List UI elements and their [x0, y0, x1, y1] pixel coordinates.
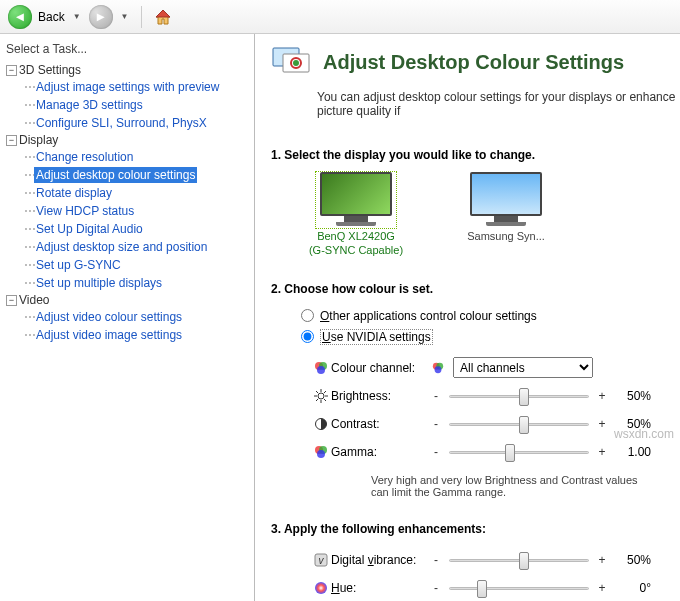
- tree-collapse-icon[interactable]: −: [6, 135, 17, 146]
- back-label: Back: [38, 10, 65, 24]
- monitor-icon: [316, 172, 396, 228]
- tree-bullet-icon: ⋯: [24, 240, 34, 254]
- page-title: Adjust Desktop Colour Settings: [323, 51, 624, 74]
- gamma-slider[interactable]: [449, 442, 589, 462]
- tree-item[interactable]: Set up G-SYNC: [34, 257, 123, 273]
- tree-item[interactable]: Rotate display: [34, 185, 114, 201]
- tree-bullet-icon: ⋯: [24, 310, 34, 324]
- svg-point-27: [315, 582, 327, 594]
- intro-text: You can adjust desktop colour settings f…: [271, 90, 680, 118]
- arrow-right-icon: ►: [94, 9, 107, 24]
- minus-icon: -: [431, 389, 441, 403]
- contrast-value: 50%: [615, 417, 651, 431]
- arrow-left-icon: ◄: [14, 9, 27, 24]
- plus-icon: +: [597, 389, 607, 403]
- tree-item[interactable]: Set up multiple displays: [34, 275, 164, 291]
- tree-bullet-icon: ⋯: [24, 98, 34, 112]
- back-button[interactable]: ◄: [8, 5, 32, 29]
- tree-item[interactable]: Adjust video colour settings: [34, 309, 184, 325]
- tree-item[interactable]: Change resolution: [34, 149, 135, 165]
- digital-vibrance-value: 50%: [615, 553, 651, 567]
- home-icon: [153, 7, 173, 27]
- back-dropdown-icon[interactable]: ▼: [73, 12, 81, 21]
- toolbar-separator: [141, 6, 142, 28]
- home-button[interactable]: [152, 6, 174, 28]
- hue-icon: [311, 581, 331, 595]
- plus-icon: +: [597, 417, 607, 431]
- svg-line-18: [324, 399, 326, 401]
- minus-icon: -: [431, 417, 441, 431]
- digital-vibrance-slider[interactable]: [449, 550, 589, 570]
- tree-item[interactable]: Manage 3D settings: [34, 97, 145, 113]
- display-item[interactable]: BenQ XL2420G(G-SYNC Capable): [301, 172, 411, 258]
- tree-bullet-icon: ⋯: [24, 204, 34, 218]
- hue-slider[interactable]: [449, 578, 589, 598]
- svg-line-17: [316, 391, 318, 393]
- tree-collapse-icon[interactable]: −: [6, 295, 17, 306]
- radio-use-nvidia-label[interactable]: Use NVIDIA settings: [320, 329, 433, 345]
- forward-dropdown-icon[interactable]: ▼: [121, 12, 129, 21]
- hue-value: 0°: [615, 581, 651, 595]
- colour-channel-select[interactable]: All channels: [453, 357, 593, 378]
- gamma-footnote: Very high and very low Brightness and Co…: [311, 466, 680, 512]
- tree-item[interactable]: Adjust desktop colour settings: [34, 167, 197, 183]
- tree-item[interactable]: Configure SLI, Surround, PhysX: [34, 115, 209, 131]
- tree-group-label[interactable]: 3D Settings: [19, 63, 81, 77]
- gamma-value: 1.00: [615, 445, 651, 459]
- tree-bullet-icon: ⋯: [24, 80, 34, 94]
- section1-heading: 1. Select the display you would like to …: [271, 148, 680, 162]
- plus-icon: +: [597, 445, 607, 459]
- svg-line-20: [324, 391, 326, 393]
- tree-item[interactable]: Set Up Digital Audio: [34, 221, 145, 237]
- task-sidebar: Select a Task... −3D Settings⋯Adjust ima…: [0, 34, 255, 601]
- radio-other-apps[interactable]: [301, 309, 314, 322]
- colour-channel-icon: [311, 361, 331, 375]
- forward-button[interactable]: ►: [89, 5, 113, 29]
- tree-bullet-icon: ⋯: [24, 150, 34, 164]
- brightness-slider[interactable]: [449, 386, 589, 406]
- tree-item[interactable]: Adjust desktop size and position: [34, 239, 209, 255]
- radio-use-nvidia[interactable]: [301, 330, 314, 343]
- colour-channel-label: Colour channel:: [331, 361, 431, 375]
- minus-icon: -: [431, 581, 441, 595]
- contrast-icon: [311, 417, 331, 431]
- display-label: BenQ XL2420G(G-SYNC Capable): [301, 230, 411, 258]
- contrast-slider[interactable]: [449, 414, 589, 434]
- section3-heading: 3. Apply the following enhancements:: [271, 522, 680, 536]
- section2-heading: 2. Choose how colour is set.: [271, 282, 680, 296]
- hue-label: Hue:: [331, 581, 431, 595]
- channel-select-icon: [431, 362, 445, 374]
- sidebar-heading: Select a Task...: [4, 38, 250, 62]
- plus-icon: +: [597, 553, 607, 567]
- tree-bullet-icon: ⋯: [24, 258, 34, 272]
- tree-bullet-icon: ⋯: [24, 186, 34, 200]
- tree-bullet-icon: ⋯: [24, 222, 34, 236]
- display-item[interactable]: Samsung Syn...: [451, 172, 561, 258]
- digital-vibrance-label: Digital vibrance:: [331, 553, 431, 567]
- svg-line-19: [316, 399, 318, 401]
- tree-item[interactable]: View HDCP status: [34, 203, 136, 219]
- tree-bullet-icon: ⋯: [24, 116, 34, 130]
- radio-other-apps-label[interactable]: Other applications control colour settin…: [320, 309, 537, 323]
- brightness-label: Brightness:: [331, 389, 431, 403]
- tree-item[interactable]: Adjust image settings with preview: [34, 79, 221, 95]
- tree-group-label[interactable]: Display: [19, 133, 58, 147]
- main-panel: Adjust Desktop Colour Settings You can a…: [255, 34, 680, 601]
- minus-icon: -: [431, 553, 441, 567]
- plus-icon: +: [597, 581, 607, 595]
- contrast-label: Contrast:: [331, 417, 431, 431]
- svg-point-24: [317, 450, 325, 458]
- svg-point-5: [293, 60, 299, 66]
- brightness-value: 50%: [615, 389, 651, 403]
- svg-point-12: [318, 393, 324, 399]
- minus-icon: -: [431, 445, 441, 459]
- tree-group-label[interactable]: Video: [19, 293, 49, 307]
- tree-item[interactable]: Adjust video image settings: [34, 327, 184, 343]
- tree-collapse-icon[interactable]: −: [6, 65, 17, 76]
- svg-point-11: [435, 366, 442, 373]
- tree-bullet-icon: ⋯: [24, 328, 34, 342]
- monitor-icon: [466, 172, 546, 228]
- brightness-icon: [311, 389, 331, 403]
- svg-marker-1: [156, 10, 170, 17]
- display-label: Samsung Syn...: [451, 230, 561, 244]
